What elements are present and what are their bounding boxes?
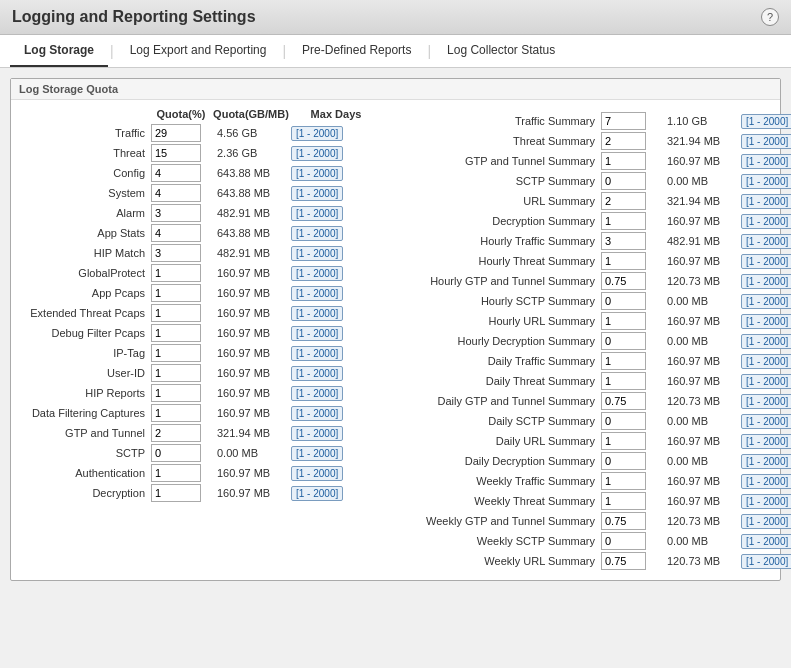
maxdays-button[interactable]: [1 - 2000] [291, 306, 343, 321]
quota-input[interactable] [601, 512, 646, 530]
maxdays-button[interactable]: [1 - 2000] [741, 154, 791, 169]
maxdays-button[interactable]: [1 - 2000] [741, 234, 791, 249]
maxdays-button[interactable]: [1 - 2000] [291, 186, 343, 201]
quota-input[interactable] [601, 192, 646, 210]
maxdays-button[interactable]: [1 - 2000] [741, 494, 791, 509]
quota-input[interactable] [601, 432, 646, 450]
table-row: SCTP 0.00 MB [1 - 2000] [21, 444, 381, 462]
row-label: HIP Reports [21, 387, 151, 399]
quota-input[interactable] [601, 332, 646, 350]
maxdays-button[interactable]: [1 - 2000] [291, 466, 343, 481]
quota-input[interactable] [601, 452, 646, 470]
table-row: SCTP Summary 0.00 MB [1 - 2000] [401, 172, 791, 190]
size-value: 0.00 MB [661, 335, 741, 347]
quota-input[interactable] [601, 492, 646, 510]
maxdays-button[interactable]: [1 - 2000] [741, 374, 791, 389]
quota-input[interactable] [601, 532, 646, 550]
quota-input[interactable] [151, 384, 201, 402]
quota-input[interactable] [601, 272, 646, 290]
quota-input[interactable] [601, 472, 646, 490]
quota-input[interactable] [151, 284, 201, 302]
maxdays-button[interactable]: [1 - 2000] [291, 386, 343, 401]
maxdays-button[interactable]: [1 - 2000] [291, 406, 343, 421]
tab-pre-defined[interactable]: Pre-Defined Reports [288, 35, 425, 67]
maxdays-button[interactable]: [1 - 2000] [741, 454, 791, 469]
quota-input[interactable] [151, 264, 201, 282]
quota-input[interactable] [151, 244, 201, 262]
quota-input[interactable] [151, 124, 201, 142]
quota-input[interactable] [151, 324, 201, 342]
quota-input[interactable] [151, 444, 201, 462]
maxdays-button[interactable]: [1 - 2000] [291, 266, 343, 281]
quota-input[interactable] [601, 352, 646, 370]
table-row: Weekly URL Summary 120.73 MB [1 - 2000] [401, 552, 791, 570]
quota-input[interactable] [151, 224, 201, 242]
maxdays-button[interactable]: [1 - 2000] [291, 346, 343, 361]
size-value: 321.94 MB [661, 195, 741, 207]
maxdays-button[interactable]: [1 - 2000] [291, 366, 343, 381]
quota-input[interactable] [151, 364, 201, 382]
size-value: 160.97 MB [661, 375, 741, 387]
quota-input[interactable] [601, 252, 646, 270]
maxdays-button[interactable]: [1 - 2000] [741, 554, 791, 569]
quota-input[interactable] [151, 464, 201, 482]
quota-input[interactable] [601, 112, 646, 130]
quota-input[interactable] [601, 232, 646, 250]
maxdays-button[interactable]: [1 - 2000] [741, 294, 791, 309]
quota-input[interactable] [601, 412, 646, 430]
quota-input[interactable] [151, 344, 201, 362]
maxdays-button[interactable]: [1 - 2000] [291, 486, 343, 501]
maxdays-button[interactable]: [1 - 2000] [291, 166, 343, 181]
size-value: 160.97 MB [661, 155, 741, 167]
maxdays-button[interactable]: [1 - 2000] [291, 146, 343, 161]
maxdays-button[interactable]: [1 - 2000] [741, 474, 791, 489]
size-value: 321.94 MB [211, 427, 291, 439]
quota-input[interactable] [601, 172, 646, 190]
maxdays-button[interactable]: [1 - 2000] [741, 414, 791, 429]
maxdays-button[interactable]: [1 - 2000] [741, 214, 791, 229]
quota-input[interactable] [601, 132, 646, 150]
maxdays-button[interactable]: [1 - 2000] [291, 206, 343, 221]
maxdays-button[interactable]: [1 - 2000] [741, 314, 791, 329]
quota-input[interactable] [151, 164, 201, 182]
quota-input[interactable] [601, 392, 646, 410]
maxdays-button[interactable]: [1 - 2000] [741, 514, 791, 529]
table-row: Hourly Decryption Summary 0.00 MB [1 - 2… [401, 332, 791, 350]
maxdays-button[interactable]: [1 - 2000] [741, 254, 791, 269]
maxdays-button[interactable]: [1 - 2000] [741, 434, 791, 449]
tab-log-collector[interactable]: Log Collector Status [433, 35, 569, 67]
maxdays-button[interactable]: [1 - 2000] [741, 534, 791, 549]
maxdays-button[interactable]: [1 - 2000] [291, 226, 343, 241]
maxdays-button[interactable]: [1 - 2000] [291, 426, 343, 441]
maxdays-button[interactable]: [1 - 2000] [741, 134, 791, 149]
tab-log-export[interactable]: Log Export and Reporting [116, 35, 281, 67]
maxdays-button[interactable]: [1 - 2000] [741, 334, 791, 349]
quota-input[interactable] [151, 404, 201, 422]
quota-input[interactable] [151, 144, 201, 162]
maxdays-button[interactable]: [1 - 2000] [741, 114, 791, 129]
help-icon[interactable]: ? [761, 8, 779, 26]
maxdays-button[interactable]: [1 - 2000] [291, 326, 343, 341]
maxdays-button[interactable]: [1 - 2000] [291, 446, 343, 461]
maxdays-button[interactable]: [1 - 2000] [741, 174, 791, 189]
quota-input[interactable] [151, 204, 201, 222]
maxdays-cell: [1 - 2000] [291, 366, 381, 381]
quota-input[interactable] [151, 184, 201, 202]
maxdays-button[interactable]: [1 - 2000] [741, 354, 791, 369]
quota-input[interactable] [151, 304, 201, 322]
quota-input[interactable] [601, 152, 646, 170]
quota-input[interactable] [601, 312, 646, 330]
quota-input[interactable] [601, 552, 646, 570]
quota-input[interactable] [601, 292, 646, 310]
maxdays-button[interactable]: [1 - 2000] [741, 194, 791, 209]
quota-input[interactable] [151, 484, 201, 502]
quota-input[interactable] [151, 424, 201, 442]
quota-input[interactable] [601, 212, 646, 230]
maxdays-button[interactable]: [1 - 2000] [291, 246, 343, 261]
maxdays-button[interactable]: [1 - 2000] [741, 394, 791, 409]
quota-input[interactable] [601, 372, 646, 390]
maxdays-button[interactable]: [1 - 2000] [291, 126, 343, 141]
tab-log-storage[interactable]: Log Storage [10, 35, 108, 67]
maxdays-button[interactable]: [1 - 2000] [741, 274, 791, 289]
maxdays-button[interactable]: [1 - 2000] [291, 286, 343, 301]
